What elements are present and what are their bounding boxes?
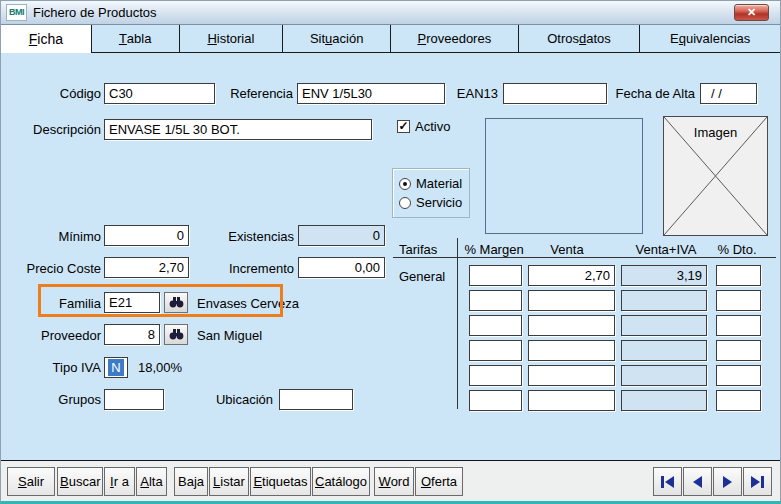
tarifa-dto-input[interactable] xyxy=(716,365,761,386)
close-button[interactable]: ✕ xyxy=(734,4,769,21)
familia-input[interactable] xyxy=(104,292,160,313)
ean13-input[interactable] xyxy=(503,83,607,104)
familia-descripcion: Envases Cerveza xyxy=(197,296,299,312)
tarifa-venta-iva-field xyxy=(621,315,707,336)
tipo-iva-label: Tipo IVA xyxy=(11,360,101,376)
fichero-de-productos-window: BMI Fichero de Productos ✕ Ficha Tabla H… xyxy=(0,0,781,504)
tipo-producto-group: Material Servicio xyxy=(392,168,470,218)
window-title: Fichero de Productos xyxy=(33,5,157,20)
tarifa-venta-input[interactable] xyxy=(528,340,615,361)
radio-servicio-label: Servicio xyxy=(416,195,462,210)
word-button[interactable]: Word xyxy=(374,467,414,496)
imagen-caption: Imagen xyxy=(664,125,767,140)
proveedor-input[interactable] xyxy=(104,324,160,345)
grupos-label: Grupos xyxy=(11,392,101,408)
nav-first-icon xyxy=(665,476,674,488)
record-navigation xyxy=(653,467,772,496)
descripcion-label: Descripción xyxy=(11,122,101,138)
tarifa-dto-input[interactable] xyxy=(716,265,761,286)
salir-button[interactable]: Salir xyxy=(7,467,55,496)
proveedor-descripcion: San Miguel xyxy=(197,328,262,344)
binoculars-icon xyxy=(169,297,184,308)
binoculars-icon xyxy=(169,329,184,340)
nav-next-icon xyxy=(723,476,732,488)
proveedor-lookup-button[interactable] xyxy=(164,324,188,345)
tarifa-margen-input[interactable] xyxy=(469,265,522,286)
tarifa-venta-iva-field xyxy=(621,290,707,311)
radio-material[interactable]: Material xyxy=(399,176,469,191)
existencias-label: Existencias xyxy=(201,229,294,245)
tab-proveedores[interactable]: Proveedores xyxy=(390,25,518,52)
tarifa-venta-input[interactable] xyxy=(528,265,615,286)
baja-button[interactable]: Baja xyxy=(174,467,208,496)
tarifa-venta-input[interactable] xyxy=(528,290,615,311)
tabstrip: Ficha Tabla Historial Situación Proveedo… xyxy=(1,25,780,53)
buscar-button[interactable]: Buscar xyxy=(57,467,103,496)
tarifa-venta-input[interactable] xyxy=(528,390,615,411)
tarifa-dto-input[interactable] xyxy=(716,390,761,411)
ubicacion-label: Ubicación xyxy=(201,392,273,408)
tarifa-venta-input[interactable] xyxy=(528,315,615,336)
titlebar: BMI Fichero de Productos ✕ xyxy=(1,1,780,25)
codigo-input[interactable] xyxy=(104,83,215,104)
fecha-alta-label: Fecha de Alta xyxy=(601,86,695,102)
tarifa-margen-input[interactable] xyxy=(469,315,522,336)
tipo-iva-input[interactable]: N xyxy=(104,357,128,378)
tarifas-header-divider xyxy=(393,257,776,258)
tab-equivalencias[interactable]: Equivalencias xyxy=(639,25,780,52)
precio-coste-label: Precio Coste xyxy=(11,261,101,277)
nav-first-button[interactable] xyxy=(653,467,682,496)
tarifa-venta-input[interactable] xyxy=(528,365,615,386)
alta-button[interactable]: Alta xyxy=(136,467,167,496)
proveedor-label: Proveedor xyxy=(11,328,101,344)
preview-box xyxy=(485,118,643,234)
minimo-label: Mínimo xyxy=(11,229,101,245)
precio-coste-input[interactable] xyxy=(104,257,189,278)
descripcion-input[interactable] xyxy=(104,119,372,140)
minimo-input[interactable] xyxy=(104,225,189,246)
referencia-input[interactable] xyxy=(297,83,445,104)
tab-otros-datos[interactable]: Otros datos xyxy=(518,25,640,52)
ubicacion-input[interactable] xyxy=(279,389,353,410)
radio-servicio[interactable]: Servicio xyxy=(399,195,469,210)
tarifa-venta-iva-field xyxy=(621,390,707,411)
tarifa-margen-input[interactable] xyxy=(469,365,522,386)
ir-a-button[interactable]: Ir a xyxy=(104,467,135,496)
tab-ficha[interactable]: Ficha xyxy=(1,25,91,52)
incremento-label: Incremento xyxy=(201,261,294,277)
tipo-iva-selected-text: N xyxy=(108,359,123,376)
oferta-button[interactable]: Oferta xyxy=(415,467,463,496)
tipo-iva-porcentaje: 18,00% xyxy=(138,360,182,376)
col-dto-header: % Dto. xyxy=(711,242,763,258)
catalogo-button[interactable]: Catálogo xyxy=(312,467,370,496)
etiquetas-button[interactable]: Etiquetas xyxy=(250,467,311,496)
fecha-alta-input[interactable] xyxy=(700,83,757,104)
tarifa-dto-input[interactable] xyxy=(716,315,761,336)
tab-historial[interactable]: Historial xyxy=(179,25,283,52)
imagen-box[interactable]: Imagen xyxy=(663,116,768,236)
nav-last-button[interactable] xyxy=(743,467,772,496)
tab-situacion[interactable]: Situación xyxy=(282,25,390,52)
tarifa-margen-input[interactable] xyxy=(469,290,522,311)
nav-previous-icon xyxy=(693,476,702,488)
tarifas-vertical-divider xyxy=(457,238,458,409)
col-venta-header: Venta xyxy=(536,242,598,258)
nav-previous-button[interactable] xyxy=(683,467,712,496)
grupos-input[interactable] xyxy=(104,389,164,410)
tarifa-margen-input[interactable] xyxy=(469,390,522,411)
nav-last-icon xyxy=(751,476,760,488)
radio-material-label: Material xyxy=(416,176,462,191)
nav-next-button[interactable] xyxy=(713,467,742,496)
tarifa-dto-input[interactable] xyxy=(716,340,761,361)
radio-dot-icon xyxy=(399,197,411,209)
app-icon: BMI xyxy=(6,4,27,21)
listar-button[interactable]: Listar xyxy=(209,467,249,496)
referencia-label: Referencia xyxy=(201,86,293,102)
tarifa-dto-input[interactable] xyxy=(716,290,761,311)
incremento-input[interactable] xyxy=(298,257,385,278)
radio-dot-icon xyxy=(399,178,411,190)
tarifa-margen-input[interactable] xyxy=(469,340,522,361)
activo-checkbox[interactable]: Activo xyxy=(397,119,450,134)
familia-lookup-button[interactable] xyxy=(164,292,188,313)
tab-tabla[interactable]: Tabla xyxy=(91,25,179,52)
